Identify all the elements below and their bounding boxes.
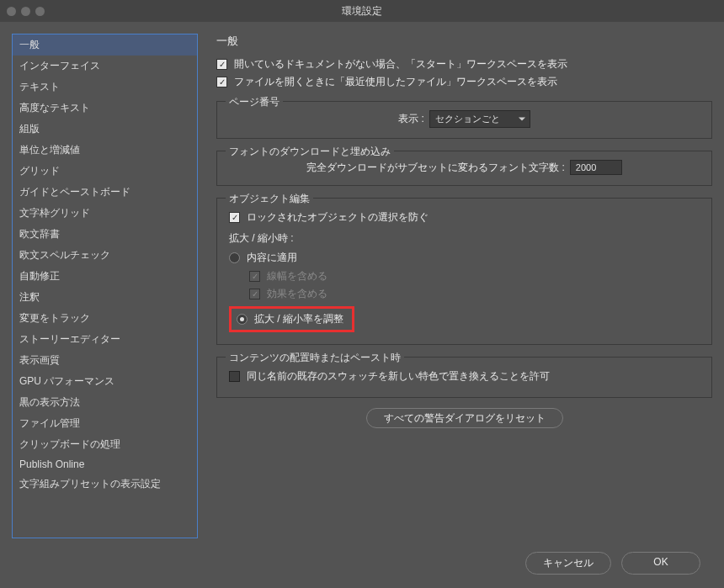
group-page-number: ページ番号 表示 : セクションごと — [216, 101, 712, 139]
checkbox-label: 開いているドキュメントがない場合、「スタート」ワークスペースを表示 — [234, 57, 567, 72]
check-include-effects: ✓ 効果を含める — [249, 287, 700, 301]
sidebar-item[interactable]: インターフェイス — [13, 56, 197, 77]
radio-icon — [237, 314, 248, 325]
sidebar-item[interactable]: ストーリーエディター — [13, 329, 197, 350]
sidebar-item[interactable]: テキスト — [13, 77, 197, 98]
window-title: 環境設定 — [0, 4, 724, 19]
sidebar-item[interactable]: 変更をトラック — [13, 308, 197, 329]
sidebar-item[interactable]: 文字枠グリッド — [13, 203, 197, 224]
sidebar-item[interactable]: クリップボードの処理 — [13, 434, 197, 455]
checkbox-icon: ✓ — [249, 289, 260, 299]
checkbox-icon: ✓ — [229, 212, 240, 223]
ok-button[interactable]: OK — [621, 552, 700, 575]
sidebar-item[interactable]: 表示画質 — [13, 350, 197, 371]
sidebar-item[interactable]: 黒の表示方法 — [13, 392, 197, 413]
footer-buttons: キャンセル OK — [525, 552, 700, 575]
checkbox-label: 効果を含める — [267, 287, 327, 301]
font-subset-threshold-input[interactable]: 2000 — [570, 160, 622, 175]
sidebar-item[interactable]: 注釈 — [13, 287, 197, 308]
sidebar-item[interactable]: 自動修正 — [13, 266, 197, 287]
sidebar-item[interactable]: 組版 — [13, 119, 197, 140]
group-paste: コンテンツの配置時またはペースト時 同じ名前の既存のスウォッチを新しい特色で置き… — [216, 357, 712, 398]
group-label: オブジェクト編集 — [226, 192, 313, 206]
checkbox-label: ロックされたオブジェクトの選択を防ぐ — [247, 210, 429, 225]
checkbox-label: 同じ名前の既存のスウォッチを新しい特色で置き換えることを許可 — [247, 369, 550, 384]
checkbox-icon: ✓ — [216, 59, 227, 70]
radio-adjust-scale-percent[interactable]: 拡大 / 縮小率を調整 — [237, 312, 343, 326]
reset-warnings-button[interactable]: すべての警告ダイアログをリセット — [366, 408, 563, 428]
checkbox-icon: ✓ — [249, 271, 260, 282]
check-include-stroke: ✓ 線幅を含める — [249, 269, 700, 283]
sidebar-item[interactable]: ガイドとペーストボード — [13, 182, 197, 203]
font-subset-label: 完全ダウンロードがサブセットに変わるフォント文字数 : — [306, 161, 565, 175]
panel-heading: 一般 — [216, 34, 712, 49]
sidebar-item[interactable]: 高度なテキスト — [13, 98, 197, 119]
checkbox-icon: ✓ — [216, 77, 227, 87]
group-object-edit: オブジェクト編集 ✓ ロックされたオブジェクトの選択を防ぐ 拡大 / 縮小時 :… — [216, 198, 712, 345]
check-recent-workspace[interactable]: ✓ ファイルを開くときに「最近使用したファイル」ワークスペースを表示 — [216, 75, 712, 89]
radio-apply-to-content[interactable]: 内容に適用 — [229, 251, 700, 265]
sidebar-item[interactable]: GPU パフォーマンス — [13, 371, 197, 392]
scale-heading: 拡大 / 縮小時 : — [229, 231, 700, 246]
group-label: フォントのダウンロードと埋め込み — [226, 145, 394, 159]
sidebar-item[interactable]: グリッド — [13, 161, 197, 182]
group-font-embed: フォントのダウンロードと埋め込み 完全ダウンロードがサブセットに変わるフォント文… — [216, 151, 712, 186]
page-number-display-select[interactable]: セクションごと — [429, 110, 530, 128]
checkbox-label: ファイルを開くときに「最近使用したファイル」ワークスペースを表示 — [234, 75, 557, 89]
checkbox-label: 線幅を含める — [267, 269, 327, 283]
radio-label: 拡大 / 縮小率を調整 — [254, 312, 343, 326]
sidebar-item[interactable]: ファイル管理 — [13, 413, 197, 434]
group-label: ページ番号 — [226, 95, 283, 109]
highlight-adjust-scale: 拡大 / 縮小率を調整 — [229, 306, 354, 332]
titlebar: 環境設定 — [0, 0, 724, 22]
check-prevent-locked-selection[interactable]: ✓ ロックされたオブジェクトの選択を防ぐ — [229, 210, 700, 225]
radio-icon — [229, 252, 240, 263]
check-start-workspace[interactable]: ✓ 開いているドキュメントがない場合、「スタート」ワークスペースを表示 — [216, 57, 712, 72]
checkbox-icon — [229, 371, 240, 382]
sidebar-item[interactable]: Publish Online — [13, 455, 197, 474]
sidebar-item[interactable]: 単位と増減値 — [13, 140, 197, 161]
main-panel: 一般 ✓ 開いているドキュメントがない場合、「スタート」ワークスペースを表示 ✓… — [198, 34, 712, 538]
group-label: コンテンツの配置時またはペースト時 — [226, 351, 404, 365]
sidebar-item[interactable]: 文字組みプリセットの表示設定 — [13, 474, 197, 495]
category-sidebar: 一般インターフェイステキスト高度なテキスト組版単位と増減値グリッドガイドとペース… — [12, 34, 198, 538]
show-label: 表示 : — [398, 112, 424, 126]
radio-label: 内容に適用 — [247, 251, 297, 265]
sidebar-item[interactable]: 一般 — [13, 34, 197, 56]
check-replace-swatch[interactable]: 同じ名前の既存のスウォッチを新しい特色で置き換えることを許可 — [229, 369, 700, 384]
sidebar-item[interactable]: 欧文スペルチェック — [13, 245, 197, 266]
cancel-button[interactable]: キャンセル — [525, 552, 611, 575]
sidebar-item[interactable]: 欧文辞書 — [13, 224, 197, 245]
